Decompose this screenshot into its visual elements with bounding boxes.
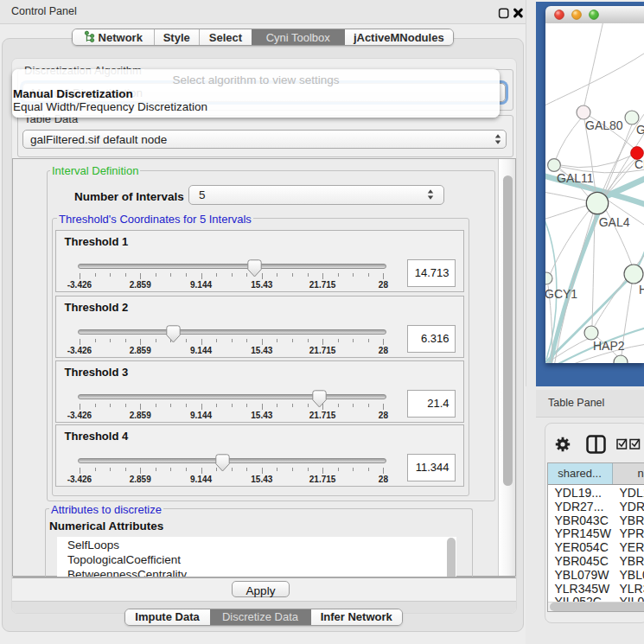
svg-text:GAL11: GAL11	[557, 171, 594, 185]
svg-text:GAL4: GAL4	[599, 215, 630, 229]
svg-text:HI: HI	[639, 283, 644, 296]
svg-text:CD: CD	[634, 157, 644, 171]
svg-text:GCY1: GCY1	[545, 287, 577, 301]
svg-text:GAL: GAL	[636, 123, 644, 137]
svg-text:HAP2: HAP2	[593, 339, 625, 353]
svg-text:GAL80: GAL80	[585, 118, 623, 132]
